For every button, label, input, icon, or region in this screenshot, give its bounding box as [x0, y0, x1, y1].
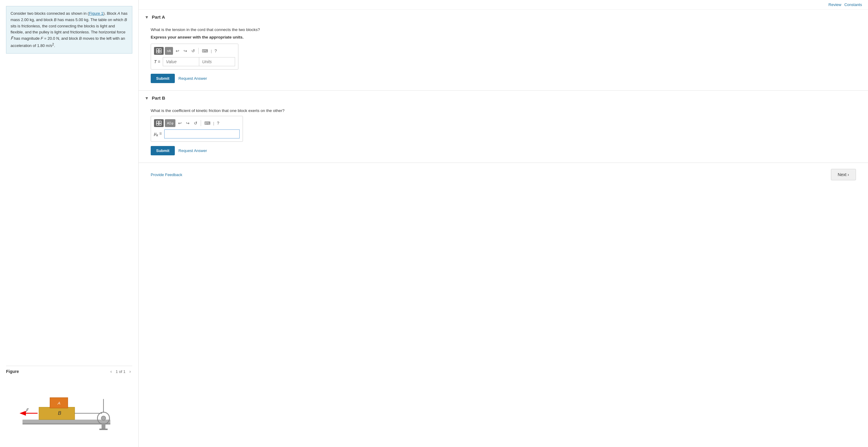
toolbar-divider-2: [201, 120, 201, 126]
part-b-buttons: Submit Request Answer: [151, 146, 856, 155]
part-a-header[interactable]: ▼ Part A: [138, 10, 868, 24]
part-b-sigma-btn[interactable]: ΑΣφ: [165, 119, 176, 127]
part-b-header[interactable]: ▼ Part B: [138, 91, 868, 105]
part-b-math-input-box: ΑΣφ ↩ ↪ ↺ ⌨ | ? μk =: [151, 116, 243, 142]
svg-rect-0: [23, 420, 110, 423]
part-a-matrix-btn[interactable]: [154, 47, 164, 55]
figure-title: Figure: [6, 369, 19, 374]
svg-rect-21: [159, 124, 161, 125]
part-b-question: What is the coefficient of kinetic frict…: [151, 108, 856, 113]
svg-rect-16: [156, 51, 158, 53]
top-nav: Review Constants: [138, 0, 868, 10]
figure-nav: ‹ 1 of 1 ›: [109, 369, 132, 374]
part-b-matrix-btn[interactable]: [154, 119, 164, 127]
part-a-eq-label: T =: [154, 59, 160, 64]
figure-section: Figure ‹ 1 of 1 › B A: [6, 366, 132, 441]
part-a-undo-btn[interactable]: ↩: [174, 48, 181, 54]
physics-figure: B A F⃗: [6, 380, 132, 440]
part-a-toolbar: nA ↩ ↪ ↺ ⌨ | ?: [154, 47, 235, 55]
next-button[interactable]: Next ›: [831, 169, 856, 180]
part-a-help-btn[interactable]: ?: [213, 48, 218, 54]
toolbar-separator: |: [211, 49, 212, 53]
part-a-collapse-icon: ▼: [145, 15, 149, 20]
part-b-value-input[interactable]: [164, 130, 240, 138]
figure-link[interactable]: Figure 1: [89, 11, 103, 16]
svg-rect-2: [39, 407, 74, 420]
part-a-title: Part A: [152, 14, 165, 20]
svg-rect-14: [156, 49, 158, 51]
part-b-request-answer-link[interactable]: Request Answer: [179, 148, 207, 153]
part-b-section: ▼ Part B What is the coefficient of kine…: [138, 91, 868, 163]
svg-rect-18: [156, 121, 158, 123]
provide-feedback-link[interactable]: Provide Feedback: [151, 172, 182, 177]
part-a-submit-button[interactable]: Submit: [151, 74, 175, 83]
part-b-toolbar: ΑΣφ ↩ ↪ ↺ ⌨ | ?: [154, 119, 240, 127]
review-link[interactable]: Review: [829, 2, 841, 7]
svg-rect-15: [159, 49, 161, 51]
svg-rect-19: [159, 121, 161, 123]
svg-rect-12: [99, 428, 107, 430]
svg-rect-20: [156, 124, 158, 125]
part-a-buttons: Submit Request Answer: [151, 74, 856, 83]
part-b-redo-btn[interactable]: ↪: [184, 120, 191, 126]
part-b-collapse-icon: ▼: [145, 96, 149, 101]
svg-point-10: [101, 416, 106, 420]
right-panel: Review Constants ▼ Part A What is the te…: [138, 0, 868, 447]
figure-prev-button[interactable]: ‹: [109, 369, 113, 374]
part-a-redo-btn[interactable]: ↪: [182, 48, 189, 54]
svg-text:B: B: [58, 410, 61, 416]
part-a-abc-btn[interactable]: nA: [165, 47, 173, 55]
next-label: Next: [838, 172, 846, 177]
figure-header: Figure ‹ 1 of 1 ›: [6, 366, 132, 377]
toolbar-separator-2: |: [213, 121, 214, 126]
part-a-question: What is the tension in the cord that con…: [151, 27, 856, 32]
figure-page: 1 of 1: [116, 369, 126, 374]
part-a-request-answer-link[interactable]: Request Answer: [179, 76, 207, 81]
bottom-area: Provide Feedback Next ›: [138, 163, 868, 186]
problem-text-box: Consider two blocks connected as shown i…: [6, 6, 132, 54]
part-b-submit-button[interactable]: Submit: [151, 146, 175, 155]
part-b-title: Part B: [152, 95, 165, 101]
part-a-keyboard-btn[interactable]: ⌨: [200, 48, 210, 54]
part-a-instruction: Express your answer with the appropriate…: [151, 35, 856, 39]
constants-link[interactable]: Constants: [844, 2, 862, 7]
part-b-help-btn[interactable]: ?: [216, 120, 221, 126]
figure-next-button[interactable]: ›: [128, 369, 132, 374]
part-b-keyboard-btn[interactable]: ⌨: [203, 120, 212, 126]
part-a-content: What is the tension in the cord that con…: [138, 24, 868, 90]
part-b-reset-btn[interactable]: ↺: [192, 120, 199, 126]
part-a-units-input[interactable]: [199, 57, 235, 66]
part-b-eq-label: μk =: [154, 131, 162, 137]
part-a-reset-btn[interactable]: ↺: [190, 48, 196, 54]
svg-text:F⃗: F⃗: [26, 408, 29, 413]
left-panel: Consider two blocks connected as shown i…: [0, 0, 138, 447]
part-b-input-row: μk =: [154, 130, 240, 138]
svg-rect-1: [23, 423, 110, 424]
part-a-math-input-box: nA ↩ ↪ ↺ ⌨ | ? T =: [151, 44, 239, 70]
svg-rect-17: [159, 51, 161, 53]
part-a-value-input[interactable]: [163, 57, 199, 66]
svg-text:A: A: [57, 401, 60, 406]
next-chevron-icon: ›: [847, 172, 849, 177]
part-a-section: ▼ Part A What is the tension in the cord…: [138, 10, 868, 91]
part-b-content: What is the coefficient of kinetic frict…: [138, 105, 868, 163]
part-a-input-row: T =: [154, 57, 235, 66]
part-b-undo-btn[interactable]: ↩: [177, 120, 183, 126]
